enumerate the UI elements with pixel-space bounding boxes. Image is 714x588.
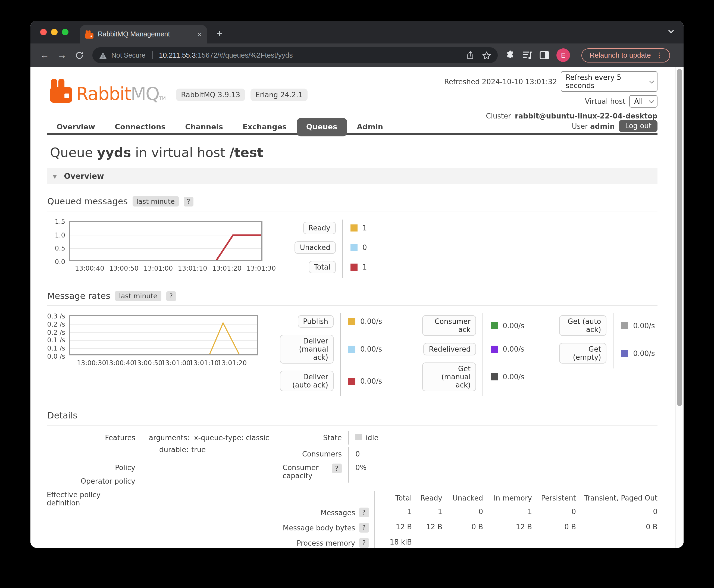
stats-cell: 1 bbox=[483, 505, 532, 520]
tab-admin[interactable]: Admin bbox=[347, 118, 393, 136]
stats-help-badge[interactable]: ? bbox=[359, 538, 369, 548]
reload-icon bbox=[75, 51, 84, 60]
scrollbar-thumb[interactable] bbox=[677, 69, 682, 406]
rates-legend-col1: Publish 0.00/s Deliver (manual ack) 0.00… bbox=[280, 313, 382, 396]
erlang-version-badge: Erlang 24.2.1 bbox=[251, 89, 308, 101]
stats-cell: 0 bbox=[532, 505, 576, 520]
legend-toggle-button[interactable]: Unacked bbox=[295, 241, 336, 254]
rates-chart-plot bbox=[69, 315, 258, 355]
reload-button[interactable] bbox=[72, 47, 87, 63]
legend-toggle-button[interactable]: Total bbox=[308, 261, 336, 273]
browser-profile-avatar[interactable]: E bbox=[556, 48, 570, 62]
bookmark-star-icon[interactable] bbox=[482, 51, 491, 60]
stats-help-badge[interactable]: ? bbox=[359, 508, 369, 517]
legend-toggle-button[interactable]: Deliver (auto ack) bbox=[280, 371, 334, 391]
legend-row: Get (auto ack) 0.00/s bbox=[559, 313, 655, 341]
rates-help-badge[interactable]: ? bbox=[166, 291, 176, 301]
browser-window: RabbitMQ Management × + ← → Not Secure 1… bbox=[30, 21, 684, 548]
back-button[interactable]: ← bbox=[37, 47, 52, 63]
stats-cell: 12 B bbox=[375, 520, 412, 535]
vhost-name: /test bbox=[229, 145, 263, 160]
side-panel-icon[interactable] bbox=[540, 51, 549, 59]
main-nav: Overview Connections Channels Exchanges … bbox=[47, 117, 657, 136]
queue-name: yyds bbox=[97, 145, 131, 160]
legend-toggle-button[interactable]: Deliver (manual ack) bbox=[280, 335, 334, 363]
legend-swatch bbox=[491, 322, 498, 329]
rates-range-badge[interactable]: last minute bbox=[115, 291, 161, 301]
legend-toggle-button[interactable]: Publish bbox=[297, 315, 334, 328]
stats-cell: 0 B bbox=[532, 520, 576, 535]
legend-toggle-button[interactable]: Get (auto ack) bbox=[559, 315, 606, 336]
legend-toggle-button[interactable]: Get (manual ack) bbox=[422, 362, 476, 391]
page-scrollbar[interactable] bbox=[675, 67, 684, 548]
tab-overview[interactable]: Overview bbox=[47, 118, 105, 136]
queued-help-badge[interactable]: ? bbox=[183, 196, 193, 206]
legend-swatch bbox=[348, 377, 355, 384]
legend-row: Deliver (auto ack) 0.00/s bbox=[280, 369, 382, 396]
tab-close-icon[interactable]: × bbox=[197, 30, 202, 38]
rabbitmq-version-badge: RabbitMQ 3.9.13 bbox=[176, 89, 245, 101]
browser-tabstrip: RabbitMQ Management × + bbox=[30, 21, 684, 43]
stats-col-ready: Ready bbox=[412, 491, 442, 505]
queued-legend: Ready 1 Unacked 0 Total 1 bbox=[291, 219, 367, 278]
stats-row-label: Messages bbox=[321, 508, 355, 517]
legend-swatch bbox=[351, 264, 358, 271]
capacity-help-badge[interactable]: ? bbox=[332, 464, 342, 473]
logout-button[interactable]: Log out bbox=[619, 120, 657, 132]
stats-cell: 1 bbox=[375, 505, 412, 520]
stats-cell bbox=[532, 535, 576, 548]
effective-policy-label: Effective policy definition bbox=[47, 488, 142, 510]
window-minimize-button[interactable] bbox=[51, 29, 58, 35]
legend-toggle-button[interactable]: Get (empty) bbox=[559, 343, 606, 363]
state-idle-swatch bbox=[355, 434, 362, 440]
tab-channels[interactable]: Channels bbox=[175, 118, 233, 136]
stats-cell: 0 bbox=[576, 505, 657, 520]
stats-help-badge[interactable]: ? bbox=[359, 523, 369, 532]
policy-label: Policy bbox=[47, 461, 142, 475]
virtual-host-select[interactable]: All bbox=[629, 95, 657, 108]
stats-row: Process memory? 18 kiB bbox=[282, 535, 657, 548]
legend-toggle-button[interactable]: Ready bbox=[303, 222, 336, 234]
legend-toggle-button[interactable]: Consumer ack bbox=[422, 315, 476, 336]
share-icon[interactable] bbox=[466, 51, 475, 60]
legend-value: 0.00/s bbox=[503, 321, 524, 330]
overview-section-label: Overview bbox=[64, 172, 104, 181]
tab-exchanges[interactable]: Exchanges bbox=[233, 118, 296, 136]
address-bar[interactable]: Not Secure 10.211.55.3:15672/#/queues/%2… bbox=[92, 47, 498, 63]
tab-search-chevron-icon[interactable] bbox=[667, 28, 675, 35]
rabbitmq-logo[interactable]: RabbitMQTM bbox=[50, 79, 165, 103]
browser-tab[interactable]: RabbitMQ Management × bbox=[80, 25, 207, 43]
extensions-puzzle-icon[interactable] bbox=[505, 50, 515, 60]
queued-range-badge[interactable]: last minute bbox=[132, 196, 178, 207]
stats-row-label: Message body bytes bbox=[283, 524, 355, 532]
window-close-button[interactable] bbox=[40, 29, 47, 35]
stats-cell: 1 bbox=[412, 505, 442, 520]
forward-button[interactable]: → bbox=[54, 47, 69, 63]
url-path: :15672/#/queues/%2Ftest/yyds bbox=[196, 51, 293, 59]
stats-header-row: Total Ready Unacked In memory Persistent… bbox=[282, 491, 657, 505]
overview-section-header[interactable]: ▼ Overview bbox=[47, 168, 657, 184]
media-playlist-icon[interactable] bbox=[522, 50, 532, 60]
stats-row-label: Process memory bbox=[297, 539, 355, 547]
stats-row: Message body bytes? 12 B 12 B 0 B 12 B 0… bbox=[282, 520, 657, 535]
stats-col-in-memory: In memory bbox=[483, 491, 532, 505]
tab-connections[interactable]: Connections bbox=[105, 118, 175, 136]
legend-swatch bbox=[351, 225, 358, 231]
legend-swatch bbox=[348, 318, 355, 325]
window-zoom-button[interactable] bbox=[62, 29, 68, 35]
legend-swatch bbox=[621, 322, 628, 329]
arg-value: classic bbox=[246, 434, 269, 442]
new-tab-button[interactable]: + bbox=[213, 27, 226, 40]
user-label: User admin bbox=[572, 122, 614, 130]
stats-cell: 0 B bbox=[576, 520, 657, 535]
details-section: Features arguments: x-queue-type: classi… bbox=[47, 431, 657, 548]
tab-queues[interactable]: Queues bbox=[296, 118, 347, 136]
features-value: arguments: x-queue-type: classic durable… bbox=[142, 431, 269, 457]
legend-toggle-button[interactable]: Redelivered bbox=[423, 343, 476, 355]
stats-cell: 0 bbox=[442, 505, 483, 520]
relaunch-to-update-button[interactable]: Relaunch to update ⋮ bbox=[582, 48, 670, 62]
legend-row: Get (manual ack) 0.00/s bbox=[422, 360, 524, 396]
legend-value: 0.00/s bbox=[360, 345, 382, 353]
refresh-interval-select[interactable]: Refresh every 5 seconds bbox=[561, 71, 657, 92]
rates-legend-col3: Get (auto ack) 0.00/s Get (empty) 0.00/s bbox=[559, 313, 655, 396]
